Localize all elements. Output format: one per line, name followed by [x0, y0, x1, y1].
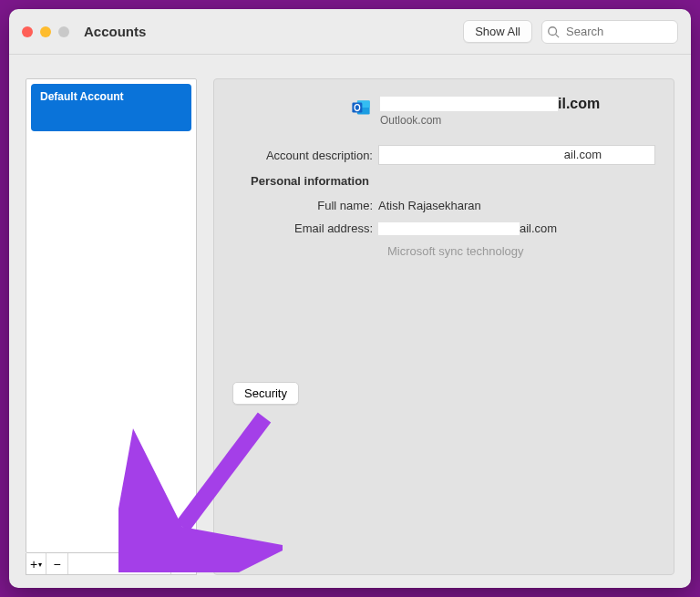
redaction-mask: [380, 97, 558, 111]
plus-icon: +: [30, 557, 37, 571]
account-email-suffix: il.com: [558, 96, 600, 112]
value-email: ail.com: [378, 221, 557, 235]
svg-point-4: [180, 563, 181, 564]
row-email: Email address: ail.com: [232, 221, 655, 235]
account-type: Outlook.com: [380, 114, 600, 127]
maximize-icon: [58, 26, 69, 37]
accounts-window: Accounts Show All Default Account +▾ −: [9, 9, 691, 588]
chevron-down-icon: ▾: [189, 561, 192, 569]
email-suffix: ail.com: [520, 221, 557, 235]
list-controls-spacer: [68, 553, 170, 574]
security-button[interactable]: Security: [232, 382, 299, 405]
row-description: Account description: ail.com: [232, 145, 655, 165]
description-value: ail.com: [564, 148, 602, 161]
titlebar: Accounts Show All: [9, 9, 691, 55]
minimize-icon[interactable]: [40, 26, 51, 37]
chevron-down-icon: ▾: [38, 561, 42, 569]
account-item-label: Default Account: [40, 90, 124, 103]
svg-point-0: [549, 26, 557, 35]
window-body: Default Account +▾ − ▾: [9, 55, 691, 588]
accounts-sidebar: Default Account +▾ − ▾: [26, 78, 197, 575]
account-email: il.com: [380, 96, 600, 112]
redaction-mask: [378, 222, 520, 235]
row-personal-info: Personal information: [232, 174, 655, 188]
label-full-name: Full name:: [232, 199, 378, 212]
account-header-text: il.com Outlook.com: [380, 96, 600, 127]
close-icon[interactable]: [22, 26, 33, 37]
search-input[interactable]: [541, 20, 678, 44]
minus-icon: −: [53, 557, 60, 571]
sync-note: Microsoft sync technology: [387, 244, 655, 258]
window-controls: [22, 26, 69, 37]
search-field[interactable]: [541, 20, 678, 44]
search-icon: [547, 26, 560, 38]
remove-account-button[interactable]: −: [46, 553, 68, 574]
svg-point-5: [182, 563, 183, 564]
svg-point-3: [179, 563, 180, 564]
toolbar-right: Show All: [463, 20, 678, 44]
outlook-icon: [351, 98, 371, 118]
account-header: il.com Outlook.com: [351, 96, 655, 127]
account-list-item[interactable]: Default Account: [31, 84, 191, 131]
label-personal-info: Personal information: [232, 174, 375, 188]
value-full-name: Atish Rajasekharan: [378, 199, 481, 212]
more-options-button[interactable]: ▾: [170, 553, 196, 574]
list-controls: +▾ − ▾: [26, 553, 197, 575]
ellipsis-icon: [176, 559, 187, 570]
input-description[interactable]: ail.com: [378, 145, 655, 165]
account-details: il.com Outlook.com Account description: …: [213, 78, 674, 575]
label-description: Account description:: [232, 149, 378, 162]
row-full-name: Full name: Atish Rajasekharan: [232, 199, 655, 212]
accounts-list[interactable]: Default Account: [26, 78, 197, 553]
show-all-button[interactable]: Show All: [463, 20, 532, 43]
label-email: Email address:: [232, 221, 378, 235]
svg-line-1: [556, 34, 560, 37]
window-title: Accounts: [84, 24, 146, 39]
add-account-button[interactable]: +▾: [26, 553, 46, 574]
